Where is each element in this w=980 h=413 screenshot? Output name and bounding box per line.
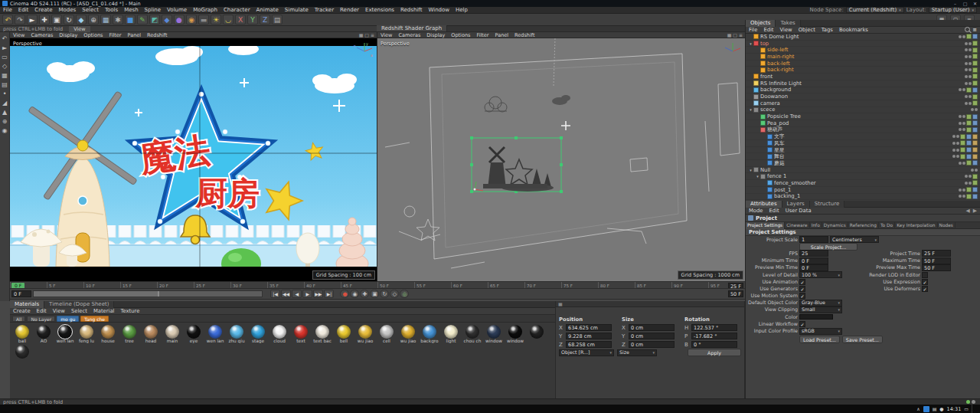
snap-icon[interactable]: ◡ xyxy=(223,15,234,25)
vpl-menu-filter[interactable]: Filter xyxy=(106,32,124,38)
visibility-dot-render[interactable] xyxy=(969,62,972,65)
visibility-dot-editor[interactable] xyxy=(959,35,962,38)
vpr-menu-cameras[interactable]: Cameras xyxy=(395,32,423,38)
spline-pen-icon[interactable]: ✎ xyxy=(137,15,148,25)
material-20[interactable]: light xyxy=(440,324,462,343)
attributes-menu-mode[interactable]: Mode xyxy=(746,208,766,214)
visibility-dot-render[interactable] xyxy=(969,102,972,105)
menu-modes[interactable]: Modes xyxy=(56,7,80,13)
visibility-dot-editor[interactable] xyxy=(965,42,968,45)
menu-mesh[interactable]: Mesh xyxy=(121,7,141,13)
camera-tool-icon[interactable]: ▬ xyxy=(198,15,209,25)
materials-menu-create[interactable]: Create xyxy=(10,308,34,314)
object-tag[interactable] xyxy=(972,160,978,166)
section-tab-dynamics[interactable]: Dynamics xyxy=(822,222,848,229)
tree-item-19[interactable]: 蘑菇 xyxy=(746,160,980,167)
tree-item-22[interactable]: fence_smoother xyxy=(746,180,980,187)
visibility-dot-render[interactable] xyxy=(969,68,972,71)
scale-project-button[interactable]: Scale Project... xyxy=(799,243,858,251)
visibility-dot-editor[interactable] xyxy=(952,135,956,138)
tab-takes[interactable]: Takes xyxy=(776,20,800,27)
visibility-dot-render[interactable] xyxy=(969,48,972,51)
attr-dropdown-level-of-detail[interactable]: 100 %▾ xyxy=(799,271,842,278)
material-14[interactable]: text bac xyxy=(312,324,333,343)
coordinate-field-rotation-h[interactable]: 122.537 ° xyxy=(691,324,737,331)
attr-color-swatch[interactable] xyxy=(799,314,833,320)
visibility-dot-editor[interactable] xyxy=(965,48,968,51)
texture-mode-icon[interactable]: ▦ xyxy=(1,71,9,80)
material-15[interactable]: bell xyxy=(333,324,354,343)
menu-create[interactable]: Create xyxy=(31,7,55,13)
tree-item-8[interactable]: background xyxy=(746,87,980,94)
object-tag[interactable] xyxy=(960,134,965,139)
attr-input-preview-min-time[interactable]: 0 F xyxy=(799,264,828,271)
visibility-dot-editor[interactable] xyxy=(959,122,962,125)
save-preset-button[interactable]: Save Preset... xyxy=(842,336,883,343)
attr-input-project-time[interactable]: 25 F xyxy=(922,250,951,257)
object-tag[interactable] xyxy=(960,140,965,146)
object-tag[interactable] xyxy=(960,147,965,152)
wireframe-viewport-canvas[interactable]: Perspective xyxy=(377,38,745,281)
section-tab-info[interactable]: Info xyxy=(810,222,822,229)
expand-toggle[interactable]: ▾ xyxy=(748,168,753,172)
object-tag[interactable] xyxy=(972,180,978,185)
material-1[interactable]: AO xyxy=(33,324,54,343)
project-scale-field[interactable]: 1 xyxy=(799,236,828,243)
visibility-dot-render[interactable] xyxy=(962,195,965,198)
object-tag[interactable] xyxy=(972,140,978,146)
viewport-single-icon[interactable]: ▢ xyxy=(364,32,369,38)
vpr-menu-panel[interactable]: Panel xyxy=(492,32,512,38)
object-tag[interactable] xyxy=(972,61,978,66)
tree-item-6[interactable]: front xyxy=(746,74,980,80)
attr-checkbox-linear-workflow[interactable]: ✓ xyxy=(799,321,805,327)
visibility-dot-render[interactable] xyxy=(956,142,959,145)
objects-menu-file[interactable]: File xyxy=(746,27,760,33)
next-frame-button[interactable]: ▶▶ xyxy=(313,290,323,298)
visibility-dot-render[interactable] xyxy=(962,115,965,118)
undo-icon[interactable]: ↶ xyxy=(1,34,9,43)
solo-button[interactable]: ◎ xyxy=(400,290,409,298)
expand-toggle[interactable]: ▾ xyxy=(755,174,760,179)
menu-file[interactable]: File xyxy=(0,7,15,13)
section-tab-to-do[interactable]: To Do xyxy=(879,222,895,229)
vpl-menu-options[interactable]: Options xyxy=(80,32,106,38)
last-tool-icon[interactable]: ◆ xyxy=(76,15,87,25)
object-tag[interactable] xyxy=(972,187,978,192)
object-tag[interactable] xyxy=(966,34,972,39)
tab-view[interactable]: View xyxy=(69,26,90,32)
prev-key-button[interactable]: ◀◀ xyxy=(281,290,291,298)
attr-dropdown-default-object-color[interactable]: Gray-Blue▾ xyxy=(799,300,842,306)
visibility-dot-editor[interactable] xyxy=(959,88,962,91)
section-tab-cineware[interactable]: Cineware xyxy=(785,222,809,229)
keyframe-params-button[interactable]: ◇ xyxy=(390,290,399,298)
points-mode-icon[interactable]: • xyxy=(1,90,9,98)
visibility-dot-editor[interactable] xyxy=(971,108,974,111)
visibility-dot-editor[interactable] xyxy=(952,149,956,152)
object-tag[interactable] xyxy=(972,87,978,93)
attr-dropdown-input-color-profile[interactable]: sRGB▾ xyxy=(799,328,842,335)
visibility-dot-render[interactable] xyxy=(962,88,965,91)
object-tag[interactable] xyxy=(972,120,978,126)
visibility-dot-render[interactable] xyxy=(956,149,959,152)
visibility-dot-editor[interactable] xyxy=(965,62,968,65)
object-tag[interactable] xyxy=(972,54,978,59)
material-10[interactable]: zhu qiu xyxy=(226,324,247,343)
menu-render[interactable]: Render xyxy=(337,7,362,13)
material-8[interactable]: eye xyxy=(183,324,204,343)
layer-filter-mo-gu[interactable]: mo gu xyxy=(57,316,79,322)
attr-checkbox-use-generators[interactable]: ✓ xyxy=(799,286,805,292)
menu-tools[interactable]: Tools xyxy=(102,7,121,13)
material-25[interactable] xyxy=(11,344,33,359)
render-scene[interactable]: 魔法 厨房 xyxy=(10,38,377,281)
visibility-dot-editor[interactable] xyxy=(952,142,956,145)
attr-input-minimum-time[interactable]: 0 F xyxy=(799,257,828,264)
visibility-dot-render[interactable] xyxy=(956,135,959,138)
visibility-dot-render[interactable] xyxy=(969,182,972,185)
visibility-dot-editor[interactable] xyxy=(959,128,962,131)
subdivision-surface-icon[interactable]: ◩ xyxy=(149,15,160,25)
coordinate-field-size-x[interactable]: 0 cm xyxy=(629,324,675,331)
visibility-dot-editor[interactable] xyxy=(971,169,974,172)
menu-animate[interactable]: Animate xyxy=(253,7,282,13)
visibility-dot-render[interactable] xyxy=(969,75,972,78)
axis-y-lock-icon[interactable]: Y xyxy=(247,15,258,25)
